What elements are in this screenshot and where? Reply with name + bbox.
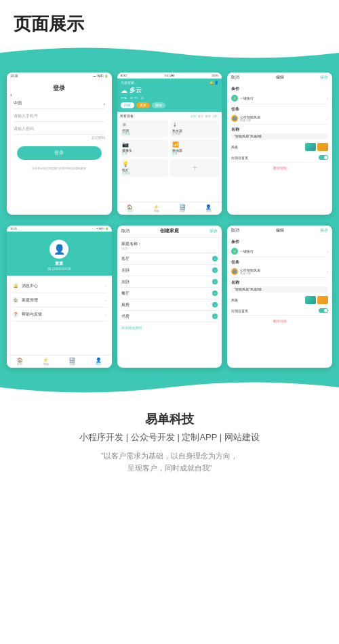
s6-task-left: 🌀 公司智能风扇 风速 2 级 <box>231 268 260 275</box>
s4-avatar[interactable]: 👤 <box>49 240 68 259</box>
s3-delete-btn[interactable]: 删除智能 <box>231 167 328 170</box>
s6-save[interactable]: 保存 <box>320 228 328 233</box>
s1-status-bar: 10:19 ▪▪▪ WiFi 🔋 <box>7 72 112 80</box>
s6-task-sub: 风速 2 级 <box>240 272 260 275</box>
s2-devices-section: 所有设备 全部 客厅 卧室 2室... ❄ 空调 已开启 🌡 <box>117 112 222 179</box>
company-slogan: "以客户需求为基础，以自身理念为方向， 呈现客户，同时成就自我" <box>14 450 325 474</box>
s6-thumb2[interactable] <box>317 296 328 304</box>
s5-room-kitchen[interactable]: 厨房 ✓ <box>121 299 218 311</box>
s5-room-living[interactable]: 客厅 ✓ <box>121 253 218 265</box>
s2-device-heater[interactable]: 🌡 热水器 已关闭 <box>170 120 219 137</box>
s5-dining-check: ✓ <box>212 291 218 296</box>
s6-task-info: 公司智能风扇 风速 2 级 <box>240 268 260 275</box>
s1-forgot-link[interactable]: 忘记密码 <box>14 136 105 139</box>
s5-kitchen-label: 厨房 <box>121 303 129 307</box>
s4-nav-back[interactable]: 🔙回家 <box>69 358 75 366</box>
s3-content: 条件 ⚡ 一键执行 › 任务 🌀 公司智能风扇 风速 2 级 <box>227 83 332 171</box>
s3-name-title: 名称 <box>231 127 328 132</box>
s1-back-icon[interactable]: ‹ <box>10 92 12 98</box>
s2-device-filters: 全部 客厅 卧室 2室... <box>191 114 220 118</box>
screen-create-home: 取消 创建家庭 保存 家庭名称： 请写 客厅 ✓ 主卧 ✓ 次卧 <box>117 226 222 368</box>
s2-nav-profile[interactable]: 👤我的 <box>205 205 212 213</box>
s1-form: 中国 › 请输入手机号 请输入密码 忘记密码 登录 登录表示您已同意我们的用户协… <box>7 97 112 171</box>
page-header: 页面展示 <box>0 0 339 43</box>
s6-thumb1[interactable] <box>305 296 316 304</box>
s5-header: 取消 创建家庭 保存 <box>117 226 222 238</box>
s4-profile-header: 👤 素素 86-13409220728 <box>7 232 112 276</box>
s1-login-btn[interactable]: 登录 <box>17 146 102 160</box>
s5-save[interactable]: 保存 <box>210 229 218 234</box>
s4-menu-family[interactable]: 🏠 家庭管理 › <box>12 293 106 307</box>
s5-second-label: 次卧 <box>121 280 129 284</box>
teal-section: 10:19 ▪▪▪ WiFi 🔋 ‹ 登录 中国 › 请输入手机号 请输入密码 … <box>0 62 339 379</box>
s4-menu-messages[interactable]: 🔔 消息中心 › <box>12 279 106 293</box>
s3-condition-chevron: › <box>327 96 328 101</box>
s6-condition-label: 一键执行 <box>240 249 254 253</box>
s2-tab-sleep[interactable]: 睡眠 <box>152 102 165 108</box>
s2-filter-kitchen[interactable]: 2室... <box>213 114 220 118</box>
s5-field-hint[interactable]: 请写 <box>121 247 218 251</box>
s2-home-icon: 🏠 <box>127 205 133 210</box>
s4-bottom-nav: 🏠首页 ⚡智能 🔙回家 👤我的 <box>7 355 112 368</box>
s5-add-room-btn[interactable]: 添加其他房间 <box>121 326 218 330</box>
s4-nav-home[interactable]: 🏠首页 <box>17 358 23 366</box>
s2-device-router[interactable]: 📶 路由器 正常 <box>170 139 219 157</box>
s2-tab-leave[interactable]: 离家 <box>136 102 150 108</box>
s6-show-home-toggle[interactable] <box>319 308 328 313</box>
s6-style-label: 风格 <box>231 298 238 302</box>
s3-edit[interactable]: 编辑 <box>276 75 284 80</box>
s2-ac-icon: ❄ <box>122 122 167 128</box>
s5-room-study[interactable]: 书房 ✓ <box>121 311 218 322</box>
s6-cancel[interactable]: 取消 <box>231 228 239 233</box>
s3-thumb2[interactable] <box>317 143 328 151</box>
s1-country[interactable]: 中国 › <box>14 98 105 109</box>
s6-delete-btn[interactable]: 删除智能 <box>231 320 328 323</box>
s4-signal: ▪ WiFi 🔋 <box>97 227 108 230</box>
s4-nav-profile[interactable]: 👤我的 <box>96 358 102 366</box>
s1-password-input[interactable]: 请输入密码 <box>14 124 105 135</box>
s4-time: 10:25 <box>10 227 17 230</box>
s4-family-label: 家庭管理 <box>22 298 38 303</box>
s3-cancel[interactable]: 取消 <box>231 75 239 80</box>
s2-nav-back[interactable]: 🔙回家 <box>180 205 186 213</box>
s2-add-device[interactable]: + <box>170 159 219 177</box>
s2-nav-home[interactable]: 🏠首页 <box>127 205 133 213</box>
s2-filter-all[interactable]: 全部 <box>191 114 196 118</box>
s2-tab-home[interactable]: 回家 <box>121 102 134 108</box>
s3-style-images <box>305 143 328 151</box>
s2-wind: 优 <box>141 96 144 100</box>
s3-thumb1[interactable] <box>305 143 316 151</box>
s2-devices-header: 所有设备 全部 客厅 卧室 2室... <box>120 114 220 118</box>
s4-family-left: 🏠 家庭管理 <box>12 297 38 303</box>
s2-humidity: 46.9% <box>130 96 138 100</box>
s6-condition-left: ⚡ 一键执行 <box>231 248 254 255</box>
s3-show-home-toggle[interactable] <box>319 155 328 160</box>
s2-filter-bedroom[interactable]: 卧室 <box>205 114 211 118</box>
s1-phone-input[interactable]: 请输入手机号 <box>14 111 105 122</box>
s2-device-cam[interactable]: 📷 摄像头 正常 <box>120 139 169 157</box>
s2-nav-smart[interactable]: ⚡智能 <box>153 205 159 213</box>
s4-messages-left: 🔔 消息中心 <box>12 282 38 289</box>
s5-master-check: ✓ <box>212 267 218 273</box>
s3-task-icon: 🌀 <box>231 115 238 122</box>
screen-login: 10:19 ▪▪▪ WiFi 🔋 ‹ 登录 中国 › 请输入手机号 请输入密码 … <box>7 72 112 215</box>
s5-room-dining[interactable]: 餐厅 ✓ <box>121 288 218 299</box>
s5-cancel[interactable]: 取消 <box>121 229 129 234</box>
s4-status-bar: 10:25 ▪ WiFi 🔋 <box>7 226 112 232</box>
s3-save[interactable]: 保存 <box>320 75 328 80</box>
s5-room-second[interactable]: 次卧 ✓ <box>121 276 218 288</box>
s6-name-value[interactable]: "智能风扇"风速2级 <box>231 286 328 293</box>
s6-name-title: 名称 <box>231 280 328 285</box>
s1-signal: ▪▪▪ WiFi 🔋 <box>93 74 108 78</box>
s2-filter-living[interactable]: 客厅 <box>198 114 203 118</box>
s6-edit[interactable]: 编辑 <box>276 228 284 233</box>
s1-terms: 登录表示您已同意我们的用户协议及隐私政策 <box>14 167 105 170</box>
company-name: 易单科技 <box>14 411 325 427</box>
s5-room-master[interactable]: 主卧 ✓ <box>121 265 218 276</box>
s2-device-light[interactable]: 💡 电灯 已开启 <box>120 159 169 177</box>
s3-name-value[interactable]: "智能风扇"风速2级 <box>231 133 328 139</box>
s4-menu-help[interactable]: ❓ 帮助与反馈 › <box>12 307 106 322</box>
s2-device-ac[interactable]: ❄ 空调 已开启 <box>120 120 169 137</box>
s3-task-info: 公司智能风扇 风速 2 级 <box>240 115 260 122</box>
s4-nav-smart[interactable]: ⚡智能 <box>43 358 49 366</box>
